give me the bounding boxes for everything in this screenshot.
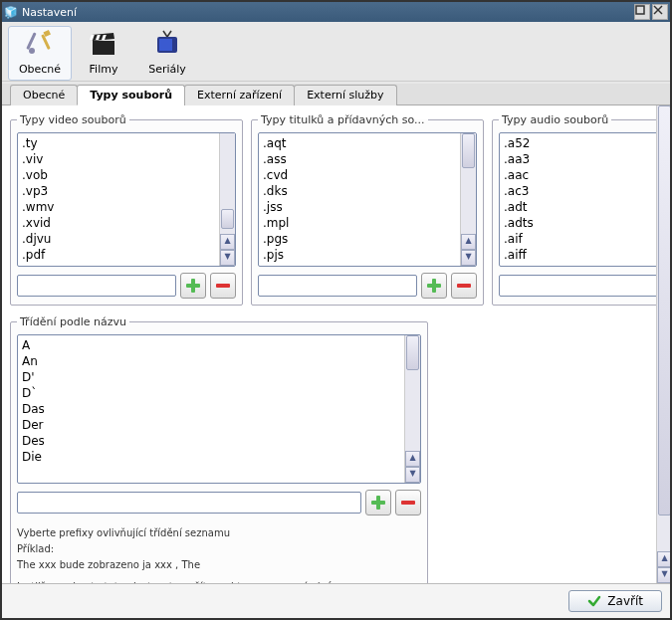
list-item[interactable]: .vp3 (22, 183, 215, 199)
close-dialog-label: Zavřít (607, 594, 643, 608)
app-icon: 🧊 (4, 6, 18, 19)
sort-listbox[interactable]: A An D' D` Das Der Des Die ▲ ▼ (17, 334, 421, 484)
list-item[interactable]: .xvid (22, 215, 215, 231)
add-button[interactable] (365, 490, 391, 516)
clapper-icon (75, 29, 132, 61)
list-item[interactable]: .viv (22, 151, 215, 167)
list-item[interactable]: .aac (504, 167, 670, 183)
scrollbar[interactable]: ▲ ▼ (460, 133, 476, 266)
svg-rect-17 (186, 284, 200, 288)
dialog-footer: Zavřít (2, 583, 670, 618)
minus-icon (455, 277, 473, 295)
list-item[interactable]: .cvd (263, 167, 456, 183)
svg-line-13 (167, 31, 171, 37)
check-icon (587, 594, 601, 608)
list-item[interactable]: .aqt (263, 135, 456, 151)
svg-rect-3 (26, 32, 36, 50)
audio-listbox[interactable]: .a52 .aa3 .aac .ac3 .adt .adts .aif .aif… (499, 132, 670, 267)
group-subtitle-legend: Typy titulků a přídavných so... (258, 113, 428, 126)
list-item[interactable]: .ac3 (504, 183, 670, 199)
list-item[interactable]: .aiff (504, 247, 670, 263)
tab-strip: Obecné Typy souborů Externí zařízení Ext… (2, 84, 670, 105)
scroll-down-icon[interactable]: ▼ (657, 567, 670, 583)
svg-rect-27 (401, 501, 415, 505)
list-item[interactable]: .jss (263, 199, 456, 215)
category-obecne[interactable]: Obecné (8, 26, 72, 81)
list-item[interactable]: .pdf (22, 247, 215, 263)
tab-typy-souboru[interactable]: Typy souborů (77, 85, 185, 105)
list-item[interactable]: A (22, 337, 400, 353)
close-button[interactable] (652, 4, 668, 20)
remove-button[interactable] (395, 490, 421, 516)
list-item[interactable]: .pjs (263, 247, 456, 263)
list-item[interactable]: .aa3 (504, 151, 670, 167)
help-text: Vyberte prefixy ovlivňující třídění sezn… (17, 525, 421, 583)
group-audio-legend: Typy audio souborů (499, 113, 611, 126)
group-sort-legend: Třídění podle názvu (17, 315, 129, 328)
audio-add-input[interactable] (499, 275, 658, 297)
list-item[interactable]: .dks (263, 183, 456, 199)
subtitle-add-input[interactable] (258, 275, 417, 297)
list-item[interactable]: .pgs (263, 231, 456, 247)
category-serialy[interactable]: Seriály (135, 26, 199, 81)
scrollbar[interactable]: ▲ ▼ (219, 133, 235, 266)
list-item[interactable]: .a52 (504, 135, 670, 151)
maximize-button[interactable] (634, 4, 650, 20)
subtitle-listbox[interactable]: .aqt .ass .cvd .dks .jss .mpl .pgs .pjs … (258, 132, 477, 267)
content-scrollbar[interactable]: ▲ ▼ (656, 105, 670, 583)
group-audio-types: Typy audio souborů .a52 .aa3 .aac .ac3 .… (492, 113, 670, 306)
tab-obecne[interactable]: Obecné (10, 85, 78, 105)
scrollbar[interactable]: ▲ ▼ (404, 335, 420, 483)
scroll-up-icon[interactable]: ▲ (220, 234, 235, 250)
scroll-up-icon[interactable]: ▲ (405, 451, 420, 467)
category-filmy[interactable]: Filmy (72, 26, 135, 81)
svg-rect-21 (457, 284, 471, 288)
list-item[interactable]: .ass (263, 151, 456, 167)
minus-icon (399, 494, 417, 512)
close-dialog-button[interactable]: Zavřít (568, 590, 662, 612)
titlebar: 🧊 Nastavení (2, 2, 670, 22)
minus-icon (214, 277, 232, 295)
scroll-down-icon[interactable]: ▼ (405, 467, 420, 483)
help-line: The xxx bude zobrazeno ja xxx , The (17, 557, 421, 573)
video-add-input[interactable] (17, 275, 176, 297)
list-item[interactable]: Der (22, 417, 400, 433)
tv-icon (138, 29, 196, 61)
plus-icon (369, 494, 387, 512)
list-item[interactable]: .ty (22, 135, 215, 151)
list-item[interactable]: .vob (22, 167, 215, 183)
sort-add-input[interactable] (17, 492, 361, 514)
list-item[interactable]: Das (22, 401, 400, 417)
list-item[interactable]: D' (22, 369, 400, 385)
scroll-up-icon[interactable]: ▲ (657, 551, 670, 567)
scroll-up-icon[interactable]: ▲ (461, 234, 476, 250)
settings-window: 🧊 Nastavení Obecné (0, 0, 672, 620)
tab-externi-sluzby[interactable]: Externí služby (294, 85, 396, 105)
plus-icon (425, 277, 443, 295)
list-item[interactable]: D` (22, 385, 400, 401)
add-button[interactable] (421, 273, 447, 299)
video-listbox[interactable]: .ty .viv .vob .vp3 .wmv .xvid .djvu .pdf… (17, 132, 236, 267)
list-item[interactable]: Die (22, 449, 400, 465)
svg-line-12 (163, 31, 167, 37)
remove-button[interactable] (451, 273, 477, 299)
list-item[interactable]: .aif (504, 231, 670, 247)
group-video-legend: Typy video souborů (17, 113, 129, 126)
category-serialy-label: Seriály (138, 63, 196, 76)
list-item[interactable]: .adt (504, 199, 670, 215)
scroll-down-icon[interactable]: ▼ (220, 250, 235, 266)
remove-button[interactable] (210, 273, 236, 299)
list-item[interactable]: .wmv (22, 199, 215, 215)
add-button[interactable] (180, 273, 206, 299)
list-item[interactable]: .mpl (263, 215, 456, 231)
list-item[interactable]: .djvu (22, 231, 215, 247)
category-filmy-label: Filmy (75, 63, 132, 76)
tab-externi-zarizeni[interactable]: Externí zařízení (184, 85, 295, 105)
list-item[interactable]: Des (22, 433, 400, 449)
svg-rect-20 (427, 284, 441, 288)
svg-rect-26 (371, 501, 385, 505)
list-item[interactable]: An (22, 353, 400, 369)
svg-rect-0 (636, 6, 644, 14)
list-item[interactable]: .adts (504, 215, 670, 231)
scroll-down-icon[interactable]: ▼ (461, 250, 476, 266)
